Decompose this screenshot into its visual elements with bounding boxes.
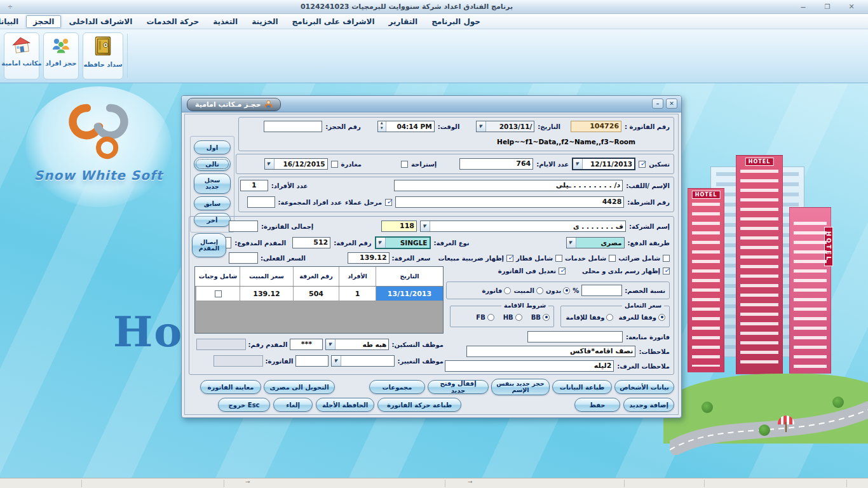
room-type-combo[interactable]: SINGLE — [375, 236, 431, 249]
police-no-input[interactable]: 4428 — [395, 196, 624, 208]
dialog-minimize-icon[interactable]: – — [652, 98, 663, 109]
col-meals-included: شامل وجبات — [196, 267, 240, 286]
chevron-down-icon[interactable] — [332, 356, 341, 366]
room-price-input[interactable]: 139.12 — [348, 252, 390, 264]
departure-checkbox[interactable] — [331, 161, 338, 168]
persons-data-button[interactable]: بيانات الأشخاص — [614, 380, 674, 394]
print-data-button[interactable]: طباعة البيانات — [552, 380, 612, 394]
advance-receipt-button[interactable]: إيصال المقدم — [192, 233, 226, 257]
table-row[interactable]: 13/11/2013 1 504 139.12 — [195, 287, 443, 301]
include-breakfast-checkbox[interactable] — [555, 255, 562, 262]
menu-item-treasury[interactable]: الخزينة — [245, 16, 284, 27]
follow-invoice-input[interactable] — [527, 331, 623, 342]
show-local-fees-checkbox[interactable] — [663, 268, 670, 274]
maximize-icon[interactable] — [822, 3, 832, 11]
menu-item-internal-supervision[interactable]: الاشراف الداخلى — [62, 16, 139, 27]
save-button[interactable]: حفظ — [574, 398, 620, 412]
room-notes-input[interactable]: 2ليله — [445, 360, 614, 372]
menu-item-services[interactable]: حركة الخدمات — [140, 16, 205, 27]
cell-date[interactable]: 13/11/2013 — [376, 287, 443, 301]
include-services-checkbox[interactable] — [609, 255, 616, 262]
close-icon[interactable] — [846, 3, 857, 11]
actual-price-input[interactable] — [229, 252, 258, 264]
change-employee-combo[interactable] — [331, 355, 395, 367]
deferred-wallet-button[interactable]: الحافظة الأجلة — [316, 398, 374, 412]
rest-checkbox[interactable] — [401, 161, 408, 168]
chevron-down-icon[interactable] — [376, 238, 386, 248]
show-sales-tax-checkbox[interactable] — [506, 255, 513, 262]
masked-code-box[interactable]: *** — [290, 339, 323, 350]
cancel-button[interactable]: إلغاء — [273, 398, 313, 412]
cell-persons[interactable]: 1 — [339, 287, 376, 301]
migrated-clients-checkbox[interactable] — [385, 199, 392, 206]
checkin-date-combo[interactable]: 12/11/2013 — [572, 158, 635, 170]
discount-none-radio[interactable] — [563, 287, 570, 294]
company-combo[interactable]: ف . . . . . . . ى — [420, 220, 626, 232]
chevron-down-icon[interactable] — [567, 238, 576, 248]
first-record-button[interactable]: اول — [194, 140, 231, 154]
individual-booking-button[interactable]: حجز افراد — [43, 32, 79, 79]
discount-input[interactable] — [581, 285, 622, 296]
days-input[interactable]: 764 — [459, 158, 533, 170]
payment-method-combo[interactable]: مصرى — [566, 237, 625, 248]
persons-input[interactable]: 1 — [240, 180, 268, 191]
menu-item-reports[interactable]: التقارير — [383, 16, 424, 27]
next-record-button[interactable]: تالى — [194, 157, 231, 171]
discount-night-radio[interactable] — [536, 287, 543, 294]
new-booking-same-name-button[interactable]: حجز جديد بنفس الإسم — [491, 379, 550, 395]
close-and-open-new-button[interactable]: إقفال وفتح جديد — [428, 380, 489, 394]
discount-invoice-radio[interactable] — [504, 287, 511, 294]
quick-access-icon[interactable] — [5, 3, 15, 11]
dialog-titlebar[interactable]: حجـز مـكاتب امامية – ✕ — [182, 96, 681, 112]
cell-meals-included[interactable] — [196, 287, 240, 301]
departure-date-combo[interactable]: 16/12/2015 — [264, 158, 328, 170]
safe-payment-button[interactable]: سداد حافظه — [83, 32, 123, 79]
checkin-employee-combo[interactable]: هبه طه — [325, 339, 389, 350]
time-spinner[interactable]: 04:14 PM — [377, 121, 435, 132]
menu-item-program-supervision[interactable]: الاشراف على البرنامج — [286, 16, 381, 27]
change-code-box[interactable] — [295, 355, 329, 367]
minimize-icon[interactable] — [798, 3, 808, 11]
convert-to-egyptian-button[interactable]: التحويل الى مصرى — [264, 380, 335, 394]
menu-item-booking[interactable]: الحجز — [26, 15, 61, 28]
chevron-down-icon[interactable] — [421, 221, 430, 231]
invoice-total-input[interactable] — [229, 220, 258, 232]
guest-name-input[interactable]: د/ . . . . . . . . ـيلى — [394, 180, 623, 191]
per-stay-radio[interactable] — [606, 314, 613, 321]
chevron-down-icon[interactable] — [477, 121, 486, 132]
per-room-radio[interactable] — [658, 314, 665, 321]
new-record-button[interactable]: سجل جديد — [194, 173, 231, 194]
menu-item-about[interactable]: حول البرنامج — [425, 16, 487, 27]
notes-input[interactable]: نصف اقامه*فاكس — [466, 346, 635, 357]
front-offices-button[interactable]: مكاتب امامية — [4, 32, 39, 79]
glass-building — [710, 166, 804, 357]
fb-radio[interactable] — [487, 314, 494, 321]
prev-record-button[interactable]: سابق — [194, 196, 231, 210]
booking-no-input[interactable] — [264, 121, 322, 132]
dialog-close-icon[interactable]: ✕ — [666, 98, 677, 109]
groups-button[interactable]: مجموعات — [369, 380, 425, 394]
menu-item-basic-data[interactable]: البيانات الاساسية — [0, 16, 25, 27]
bb-radio[interactable] — [543, 314, 550, 321]
date-combo[interactable]: 2013/11/ — [476, 121, 534, 132]
include-taxes-checkbox[interactable] — [663, 255, 670, 262]
esc-exit-button[interactable]: Esc خروج — [218, 398, 270, 412]
cell-room-no[interactable]: 504 — [293, 287, 339, 301]
menu-item-catering[interactable]: التغذية — [207, 16, 244, 27]
invoice-no-value[interactable]: 104726 — [571, 121, 621, 132]
chevron-down-icon[interactable] — [573, 159, 583, 169]
preview-invoice-button[interactable]: معاينة الفاتورة — [200, 380, 261, 394]
meals-included-checkbox[interactable] — [215, 290, 222, 297]
cell-night-price[interactable]: 139.12 — [240, 287, 293, 301]
chevron-down-icon[interactable] — [265, 159, 275, 169]
group-count-input[interactable] — [247, 196, 275, 208]
spinner-arrows-icon[interactable] — [378, 121, 386, 132]
hb-radio[interactable] — [515, 314, 522, 321]
chevron-down-icon[interactable] — [326, 339, 336, 349]
company-code-value[interactable]: 118 — [381, 220, 417, 232]
room-no-input[interactable]: 512 — [292, 237, 330, 248]
checkin-checkbox[interactable] — [639, 161, 646, 168]
edit-in-invoice-checkbox[interactable] — [559, 268, 566, 274]
add-and-new-button[interactable]: إضافة وجديد — [623, 398, 674, 412]
print-invoice-movement-button[interactable]: طباعة حركة الفاتورة — [377, 398, 461, 412]
